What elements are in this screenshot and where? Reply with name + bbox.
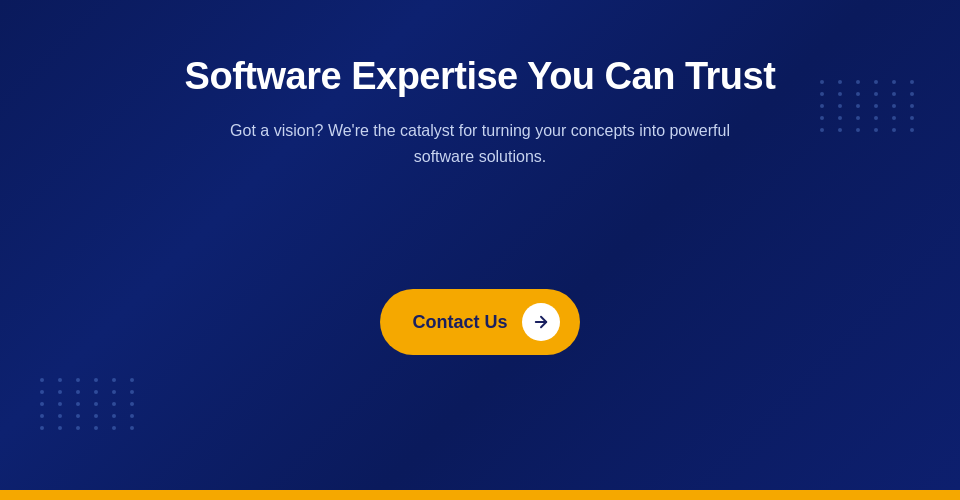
dot xyxy=(112,402,116,406)
dot xyxy=(40,402,44,406)
dot xyxy=(874,128,878,132)
dot xyxy=(856,104,860,108)
dot xyxy=(910,128,914,132)
dot xyxy=(94,390,98,394)
dot xyxy=(838,80,842,84)
dot xyxy=(112,426,116,430)
dot xyxy=(874,80,878,84)
dot xyxy=(892,104,896,108)
dot xyxy=(112,378,116,382)
dot xyxy=(820,104,824,108)
dot xyxy=(40,390,44,394)
dot xyxy=(910,104,914,108)
dot xyxy=(130,402,134,406)
dot xyxy=(856,92,860,96)
dot xyxy=(58,378,62,382)
dot xyxy=(874,116,878,120)
dot xyxy=(820,92,824,96)
dot xyxy=(76,426,80,430)
dot xyxy=(856,80,860,84)
dot xyxy=(112,390,116,394)
hero-section: Software Expertise You Can Trust Got a v… xyxy=(0,0,960,490)
arrow-right-icon xyxy=(532,313,550,331)
dot xyxy=(892,80,896,84)
dot xyxy=(892,116,896,120)
page-wrapper: Software Expertise You Can Trust Got a v… xyxy=(0,0,960,500)
dot xyxy=(892,128,896,132)
dot xyxy=(112,414,116,418)
dot xyxy=(838,92,842,96)
dot xyxy=(820,116,824,120)
dot xyxy=(94,426,98,430)
dot xyxy=(40,426,44,430)
dot-grid-left xyxy=(40,378,140,430)
dot xyxy=(130,390,134,394)
dot xyxy=(94,402,98,406)
dot xyxy=(76,390,80,394)
hero-subtitle: Got a vision? We're the catalyst for tur… xyxy=(230,118,730,169)
dot xyxy=(820,80,824,84)
dot xyxy=(820,128,824,132)
dot xyxy=(910,92,914,96)
dot xyxy=(856,116,860,120)
arrow-circle xyxy=(522,303,560,341)
dot xyxy=(40,378,44,382)
dot xyxy=(130,378,134,382)
dot xyxy=(58,426,62,430)
dot xyxy=(838,128,842,132)
dot xyxy=(874,92,878,96)
dot xyxy=(130,414,134,418)
dot xyxy=(874,104,878,108)
dot xyxy=(58,414,62,418)
dot xyxy=(856,128,860,132)
dot-grid-right xyxy=(820,80,920,132)
contact-button-label: Contact Us xyxy=(412,312,507,333)
dot xyxy=(58,402,62,406)
dot xyxy=(40,414,44,418)
dot xyxy=(76,414,80,418)
hero-title: Software Expertise You Can Trust xyxy=(185,55,776,98)
dot xyxy=(94,414,98,418)
dot xyxy=(910,80,914,84)
dot xyxy=(838,104,842,108)
dot xyxy=(58,390,62,394)
dot xyxy=(910,116,914,120)
dot xyxy=(76,378,80,382)
dot xyxy=(838,116,842,120)
dot xyxy=(130,426,134,430)
contact-us-button[interactable]: Contact Us xyxy=(380,289,579,355)
dot xyxy=(892,92,896,96)
dot xyxy=(94,378,98,382)
dot xyxy=(76,402,80,406)
gold-bar xyxy=(0,490,960,500)
